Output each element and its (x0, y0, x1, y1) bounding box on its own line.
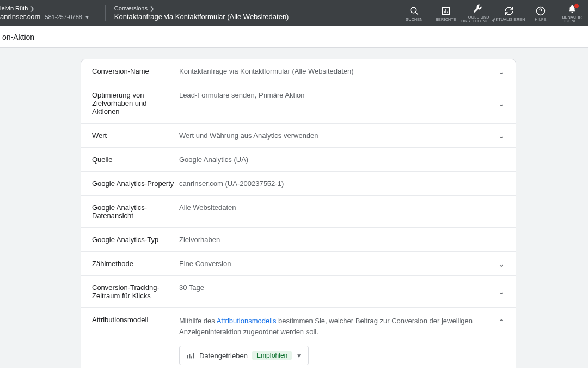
page-title: on-Aktion (2, 33, 34, 41)
row-value: Eine Conversion (179, 260, 505, 268)
row-ga-view: Google Analytics-Datenansicht Alle Websi… (81, 196, 516, 228)
account-name-text: lelvin Rüth (0, 4, 28, 12)
row-label: Google Analytics-Datenansicht (92, 203, 179, 220)
chevron-down-icon[interactable]: ⌄ (498, 260, 505, 268)
attribution-help-link[interactable]: Attributionsmodells (217, 317, 277, 325)
header-tools: SUCHEN BERICHTE TOOLS UNDEINSTELLUNGEN A… (399, 0, 588, 26)
caret-down-icon: ▼ (84, 14, 90, 21)
row-label: Conversion-Name (92, 67, 179, 75)
reports-label: BERICHTE (436, 17, 456, 21)
svg-rect-9 (189, 354, 190, 358)
row-label: Zählmethode (92, 260, 179, 268)
reports-tool[interactable]: BERICHTE (430, 0, 462, 26)
refresh-label: AKTUALISIEREN (493, 17, 525, 21)
row-value: Zielvorhaben (179, 236, 505, 244)
row-ga-type: Google Analytics-Typ Zielvorhaben (81, 228, 516, 252)
chevron-down-icon[interactable]: ⌄ (498, 67, 505, 76)
wrench-icon (473, 3, 482, 14)
row-value: Lead-Formulare senden, Primäre Aktion (179, 91, 505, 99)
chevron-down-icon[interactable]: ⌄ (498, 99, 505, 108)
attribution-model-dropdown[interactable]: Datengetrieben Empfohlen ▼ (179, 346, 309, 365)
svg-rect-11 (193, 353, 194, 358)
chevron-right-icon: ❯ (150, 5, 154, 12)
row-value: canrinser.com (UA-200237552-1) (179, 179, 505, 188)
row-label: Wert (92, 131, 179, 140)
svg-line-1 (415, 12, 418, 15)
row-label: Quelle (92, 155, 179, 164)
row-value: Alle Websitedaten (179, 203, 505, 212)
caret-down-icon: ▼ (296, 353, 302, 359)
vertical-divider (105, 5, 106, 21)
tools-settings-label: TOOLS UNDEINSTELLUNGEN (461, 15, 494, 23)
svg-rect-8 (187, 355, 188, 358)
row-value[interactable]: Wert Wert und Währung aus Analytics verw… (81, 124, 516, 148)
attribution-description: Mithilfe des Attributionsmodells bestimm… (179, 316, 505, 337)
notification-badge (574, 3, 579, 9)
search-tool[interactable]: SUCHEN (399, 0, 430, 26)
row-attribution-model: Attributionsmodell Mithilfe des Attribut… (81, 308, 516, 368)
row-value: Google Analytics (UA) (179, 155, 505, 164)
account-domain-text: anrinser.com (0, 13, 40, 22)
row-value: Wert und Währung aus Analytics verwenden (179, 131, 505, 140)
row-ga-property: Google Analytics-Property canrinser.com … (81, 172, 516, 196)
model-name-text: Datengetrieben (199, 352, 248, 360)
breadcrumb[interactable]: Conversions ❯ Kontaktanfrage via Kontakt… (114, 4, 289, 21)
search-icon (409, 5, 419, 16)
row-tracking-window[interactable]: Conversion-Tracking-Zeitraum für Klicks … (81, 276, 516, 308)
notifications-label: BENACHRIGUNGE (562, 15, 582, 23)
row-optimization[interactable]: Optimierung von Zielvorhaben und Aktione… (81, 83, 516, 124)
chevron-up-icon[interactable]: ⌃ (498, 318, 505, 327)
help-icon (536, 5, 546, 16)
chevron-down-icon[interactable]: ⌄ (498, 287, 505, 296)
search-label: SUCHEN (406, 17, 422, 21)
account-phone-text: 581-257-0788 (45, 13, 82, 21)
breadcrumb-current: Kontaktanfrage via Kontaktformular (Alle… (114, 13, 289, 22)
recommended-badge: Empfohlen (252, 351, 292, 360)
help-tool[interactable]: HILFE (525, 0, 556, 26)
row-label: Google Analytics-Typ (92, 236, 179, 244)
help-label: HILFE (535, 17, 546, 21)
svg-rect-10 (191, 356, 192, 358)
row-value: Kontaktanfrage via Kontaktformular (Alle… (179, 67, 505, 75)
row-source: Quelle Google Analytics (UA) (81, 148, 516, 172)
chevron-right-icon: ❯ (30, 5, 34, 12)
attribution-label: Attributionsmodell (92, 316, 179, 324)
account-switcher[interactable]: lelvin Rüth ❯ anrinser.com 581-257-0788 … (0, 2, 96, 23)
tools-settings-tool[interactable]: TOOLS UNDEINSTELLUNGEN (462, 0, 493, 26)
svg-point-0 (411, 7, 416, 13)
row-label: Optimierung von Zielvorhaben und Aktione… (92, 91, 179, 116)
notifications-tool[interactable]: BENACHRIGUNGE (556, 0, 588, 26)
breadcrumb-parent: Conversions (114, 4, 148, 12)
settings-card: Conversion-Name Kontaktanfrage via Konta… (81, 59, 516, 368)
refresh-tool[interactable]: AKTUALISIEREN (493, 0, 525, 26)
content-area: Conversion-Name Kontaktanfrage via Konta… (0, 48, 588, 368)
row-value: 30 Tage (179, 283, 505, 292)
header-left: lelvin Rüth ❯ anrinser.com 581-257-0788 … (0, 2, 289, 23)
row-label: Conversion-Tracking-Zeitraum für Klicks (92, 283, 179, 300)
page-subheader: on-Aktion (0, 26, 588, 48)
row-label: Google Analytics-Property (92, 179, 179, 188)
refresh-icon (504, 5, 514, 16)
row-conversion-name[interactable]: Conversion-Name Kontaktanfrage via Konta… (81, 59, 516, 83)
app-header: lelvin Rüth ❯ anrinser.com 581-257-0788 … (0, 0, 588, 26)
chevron-down-icon[interactable]: ⌄ (498, 131, 505, 140)
row-count-method[interactable]: Zählmethode Eine Conversion ⌄ (81, 252, 516, 276)
data-driven-icon (186, 351, 195, 360)
bar-chart-icon (441, 5, 451, 16)
